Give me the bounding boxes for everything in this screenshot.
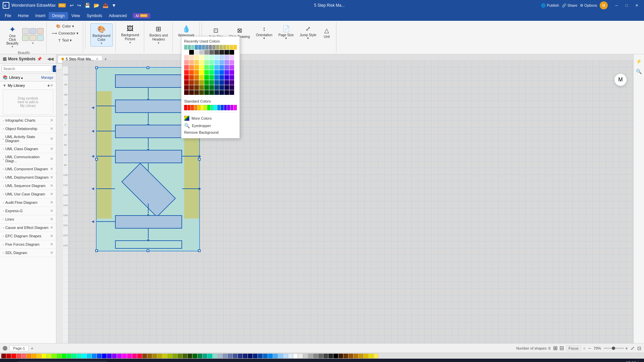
lib-item-close[interactable]: ✕ <box>50 242 53 247</box>
lib-item-close[interactable]: ✕ <box>50 217 53 222</box>
recently-used-color[interactable] <box>191 45 195 50</box>
color-bar-swatch[interactable] <box>42 354 46 358</box>
fit-page-button[interactable]: ⊡ <box>637 346 641 351</box>
diagram-content[interactable]: ▼ ◀ ▶ ▼ ◀ ▶ <box>62 60 633 343</box>
theme-color[interactable] <box>199 50 204 55</box>
library-item[interactable]: ›Five Forces Diagram✕ <box>0 240 56 249</box>
standard-color[interactable] <box>221 105 224 110</box>
color-bar-swatch[interactable] <box>11 354 16 358</box>
page-size-button[interactable]: 📄 Page Size ▼ <box>276 23 296 42</box>
color-bar-swatch[interactable] <box>348 354 353 358</box>
flow-box-5[interactable] <box>115 215 182 229</box>
ai-assistant-icon[interactable]: M <box>614 74 627 86</box>
standard-color[interactable] <box>211 105 214 110</box>
color-bar-swatch[interactable] <box>213 354 217 358</box>
minimize-button[interactable]: ─ <box>612 2 621 9</box>
options-btn[interactable]: ⚙ Options <box>580 3 597 8</box>
theme-color[interactable] <box>224 80 229 85</box>
theme-color[interactable] <box>189 65 194 70</box>
color-bar-swatch[interactable] <box>308 354 313 358</box>
taskbar-search[interactable]: 🔍 Type here to search <box>15 361 109 362</box>
redo-button[interactable]: ↪ <box>76 2 83 9</box>
theme-color[interactable] <box>204 85 209 90</box>
standard-color[interactable] <box>191 105 194 110</box>
save-cloud-button[interactable]: 💾 <box>83 2 92 9</box>
theme-color[interactable] <box>204 65 209 70</box>
recently-used-color[interactable] <box>198 45 202 50</box>
color-bar-swatch[interactable] <box>243 354 248 358</box>
beautify-style-3[interactable] <box>37 28 44 34</box>
theme-color[interactable] <box>214 50 219 55</box>
manage-button[interactable]: Manage <box>41 76 53 79</box>
taskbar-app-task-view[interactable]: ⊞ <box>113 359 125 362</box>
library-item[interactable]: ›Audit Flow Diagram✕ <box>0 198 56 207</box>
theme-color[interactable] <box>189 60 194 65</box>
right-panel-btn-1[interactable]: ⚡ <box>635 57 643 66</box>
color-bar-swatch[interactable] <box>328 354 333 358</box>
standard-color[interactable] <box>227 105 230 110</box>
color-bar-swatch[interactable] <box>268 354 273 358</box>
theme-color[interactable] <box>184 65 189 70</box>
theme-color[interactable] <box>189 70 194 75</box>
theme-color[interactable] <box>209 80 214 85</box>
color-bar-swatch[interactable] <box>278 354 283 358</box>
color-bar-swatch[interactable] <box>228 354 232 358</box>
color-bar-swatch[interactable] <box>208 354 212 358</box>
color-bar-swatch[interactable] <box>364 354 368 358</box>
library-item[interactable]: ›Object Relationship✕ <box>0 125 56 133</box>
taskbar-app-firefox[interactable]: 🦊 <box>152 359 164 362</box>
color-bar-swatch[interactable] <box>323 354 328 358</box>
lib-item-close[interactable]: ✕ <box>50 126 53 131</box>
color-bar-swatch[interactable] <box>283 354 288 358</box>
theme-color[interactable] <box>199 90 204 95</box>
more-colors-row[interactable]: More Colors <box>184 115 237 122</box>
color-bar-swatch[interactable] <box>233 354 237 358</box>
theme-color[interactable] <box>199 60 204 65</box>
lib-item-close[interactable]: ✕ <box>50 167 53 171</box>
theme-color[interactable] <box>194 85 199 90</box>
flow-box-3[interactable] <box>115 125 182 138</box>
one-click-beautify-button[interactable]: ✦ One ClickBeautify ▼ <box>4 23 21 50</box>
color-bar-swatch[interactable] <box>137 354 142 358</box>
background-picture-button[interactable]: 🖼 BackgroundPicture ▼ <box>119 23 141 46</box>
lib-item-close[interactable]: ✕ <box>50 183 53 188</box>
color-bar-swatch[interactable] <box>57 354 61 358</box>
color-bar-swatch[interactable] <box>333 354 338 358</box>
taskbar-app-word[interactable]: 📝 <box>164 359 176 362</box>
theme-color[interactable] <box>209 90 214 95</box>
my-library-add[interactable]: + <box>47 83 50 88</box>
theme-color[interactable] <box>219 80 224 85</box>
add-page-button[interactable]: + <box>31 346 33 351</box>
color-bar-swatch[interactable] <box>32 354 36 358</box>
color-bar-swatch[interactable] <box>258 354 263 358</box>
text-button[interactable]: T Text ▾ <box>57 38 73 43</box>
theme-color[interactable] <box>189 55 194 60</box>
theme-color[interactable] <box>229 75 234 80</box>
recently-used-color[interactable] <box>230 45 233 50</box>
theme-color[interactable] <box>209 55 214 60</box>
open-button[interactable]: 📂 <box>92 2 101 9</box>
theme-color[interactable] <box>184 80 189 85</box>
connector-button[interactable]: ⟿ Connector ▾ <box>50 31 80 36</box>
page-tab-1[interactable]: Page-1 <box>9 345 29 351</box>
theme-color[interactable] <box>194 80 199 85</box>
standard-color[interactable] <box>194 105 197 110</box>
theme-color[interactable] <box>219 75 224 80</box>
recently-used-color[interactable] <box>219 45 223 50</box>
theme-color[interactable] <box>194 70 199 75</box>
color-bar-swatch[interactable] <box>253 354 258 358</box>
standard-color[interactable] <box>230 105 233 110</box>
close-button[interactable]: ✕ <box>632 2 641 9</box>
theme-color[interactable] <box>229 85 234 90</box>
recently-used-color[interactable] <box>205 45 209 50</box>
lib-item-close[interactable]: ✕ <box>50 208 53 213</box>
theme-color[interactable] <box>229 55 234 60</box>
beautify-style-2[interactable] <box>30 28 36 34</box>
theme-color[interactable] <box>194 60 199 65</box>
theme-color[interactable] <box>214 80 219 85</box>
color-bar-swatch[interactable] <box>288 354 293 358</box>
share-btn[interactable]: 🔗 Share <box>562 3 577 8</box>
color-bar-swatch[interactable] <box>47 354 51 358</box>
beautify-style-4[interactable] <box>22 35 29 41</box>
taskbar-app-edrawmax[interactable]: ✒️ <box>177 359 189 362</box>
